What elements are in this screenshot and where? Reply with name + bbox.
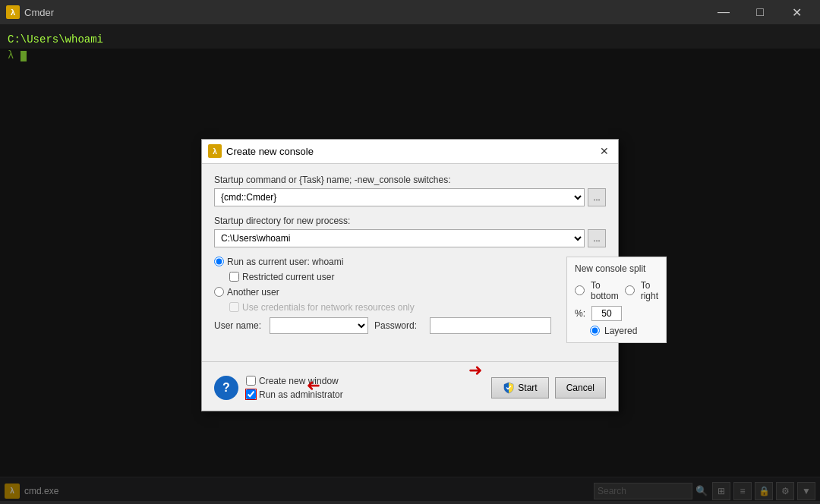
credentials-checkbox[interactable] xyxy=(229,302,239,312)
run-as-current-label[interactable]: Run as current user: whoami xyxy=(227,257,343,267)
username-label: User name: xyxy=(214,320,263,331)
percent-label: %: xyxy=(575,308,585,319)
footer-buttons: ➜ Start Cancel xyxy=(491,377,606,398)
startup-cmd-label: Startup command or {Task} name; -new_con… xyxy=(214,175,606,185)
startup-dir-browse[interactable]: ... xyxy=(588,229,606,247)
app-title: Cmder xyxy=(24,7,706,18)
restricted-row: Restricted current user xyxy=(229,272,551,282)
startup-dir-row: C:\Users\whoami ... xyxy=(214,229,606,247)
to-bottom-radio[interactable] xyxy=(575,285,585,295)
dialog-title: Create new console xyxy=(226,146,597,157)
run-as-admin-row: Run as administrator ➜ xyxy=(246,389,484,400)
credentials-label: Use credentials for network resources on… xyxy=(242,302,415,313)
another-user-radio[interactable] xyxy=(214,287,224,297)
startup-cmd-input[interactable]: {cmd::Cmder} xyxy=(214,188,585,206)
footer-checkboxes: Create new window Run as administrator ➜ xyxy=(246,376,484,400)
start-button[interactable]: Start xyxy=(491,377,548,398)
minimize-button[interactable]: — xyxy=(706,0,741,24)
dialog-close-button[interactable]: ✕ xyxy=(597,143,612,159)
another-user-label[interactable]: Another user xyxy=(227,287,279,298)
terminal-area: C:\Users\whoami λ λ Create new console ✕… xyxy=(0,24,820,477)
create-console-dialog: λ Create new console ✕ Startup command o… xyxy=(201,139,619,411)
app-icon: λ xyxy=(6,5,20,19)
username-input[interactable] xyxy=(270,317,368,334)
dialog-footer: ? Create new window Run as administrator… xyxy=(202,370,618,411)
run-as-admin-label[interactable]: Run as administrator xyxy=(259,389,343,400)
modal-overlay: λ Create new console ✕ Startup command o… xyxy=(0,49,820,501)
to-right-label[interactable]: To right xyxy=(641,280,658,301)
mid-section: Run as current user: whoami Restricted c… xyxy=(214,257,606,343)
shield-icon xyxy=(503,382,515,394)
title-bar: λ Cmder — □ ✕ xyxy=(0,0,820,24)
terminal-line-1: C:\Users\whoami xyxy=(8,32,812,48)
console-split-title: New console split xyxy=(575,263,658,274)
run-as-current-radio[interactable] xyxy=(214,257,224,266)
username-row: User name: Password: xyxy=(214,317,551,334)
maximize-button[interactable]: □ xyxy=(743,0,777,24)
dialog-body: Startup command or {Task} name; -new_con… xyxy=(202,164,618,354)
another-user-row: Another user xyxy=(214,287,551,298)
to-right-radio[interactable] xyxy=(625,285,635,295)
window-controls: — □ ✕ xyxy=(706,0,814,24)
create-new-window-row: Create new window xyxy=(246,376,484,386)
restricted-checkbox[interactable] xyxy=(229,272,239,282)
dialog-icon: λ xyxy=(208,144,222,158)
create-new-window-label[interactable]: Create new window xyxy=(259,376,339,386)
dialog-titlebar: λ Create new console ✕ xyxy=(202,140,618,164)
startup-dir-label: Startup directory for new process: xyxy=(214,216,606,226)
credentials-row: Use credentials for network resources on… xyxy=(229,302,551,313)
startup-cmd-browse[interactable]: ... xyxy=(588,188,606,206)
password-label: Password: xyxy=(374,320,424,331)
layered-label[interactable]: Layered xyxy=(604,326,637,336)
left-section: Run as current user: whoami Restricted c… xyxy=(214,257,551,343)
arrow-indicator-1: ➜ xyxy=(307,376,320,395)
startup-dir-input[interactable]: C:\Users\whoami xyxy=(214,229,585,247)
percent-row: %: xyxy=(575,306,658,321)
close-button[interactable]: ✕ xyxy=(779,0,814,24)
password-input[interactable] xyxy=(430,317,551,334)
layered-radio[interactable] xyxy=(590,326,600,335)
create-new-window-checkbox[interactable] xyxy=(246,376,256,386)
cancel-button[interactable]: Cancel xyxy=(555,377,606,398)
layered-row: Layered xyxy=(590,326,658,336)
help-button[interactable]: ? xyxy=(214,376,238,400)
console-split-section: New console split To bottom To right %: xyxy=(566,257,667,343)
to-bottom-label[interactable]: To bottom xyxy=(591,280,619,301)
restricted-label[interactable]: Restricted current user xyxy=(242,272,334,282)
run-as-current-row: Run as current user: whoami xyxy=(214,257,551,267)
run-as-admin-checkbox[interactable] xyxy=(246,389,256,399)
split-options-row: To bottom To right xyxy=(575,280,658,301)
startup-cmd-row: {cmd::Cmder} ... xyxy=(214,188,606,206)
arrow-indicator-2: ➜ xyxy=(468,361,482,380)
percent-input[interactable] xyxy=(591,306,622,321)
dialog-separator xyxy=(202,361,618,362)
